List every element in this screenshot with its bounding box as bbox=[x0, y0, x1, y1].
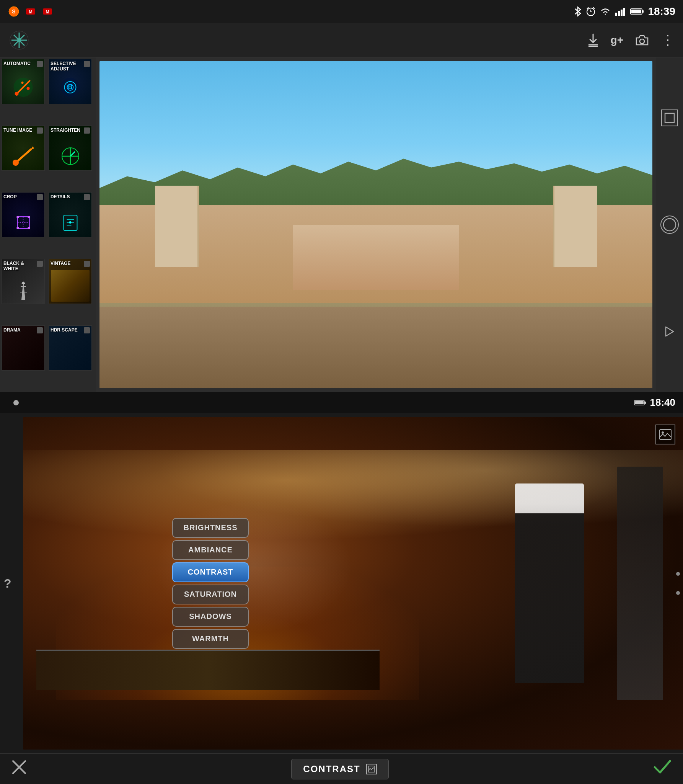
tool-automatic[interactable]: AUTOMATIC bbox=[2, 59, 45, 104]
tool-corner bbox=[37, 61, 43, 67]
toolbar: g+ • ⋮ bbox=[0, 23, 683, 57]
tool-selective-adjust[interactable]: SELECTIVE ADJUST B bbox=[49, 59, 92, 104]
app-icon-1: S bbox=[8, 5, 20, 18]
notification-dot bbox=[13, 400, 19, 405]
app-icon-2: M bbox=[24, 5, 37, 18]
bluetooth-icon bbox=[574, 6, 582, 17]
triangle-nav-button[interactable] bbox=[661, 323, 678, 340]
tool-corner bbox=[37, 194, 43, 200]
svg-point-26 bbox=[640, 39, 644, 44]
battery-icon-bottom bbox=[634, 399, 646, 406]
svg-rect-11 bbox=[615, 13, 617, 16]
alarm-icon bbox=[586, 7, 596, 16]
toolbar-right: g+ • ⋮ bbox=[587, 32, 675, 48]
left-building bbox=[155, 186, 199, 268]
tool-black-white[interactable]: BLACK & WHITE bbox=[2, 259, 45, 304]
svg-rect-67 bbox=[660, 430, 671, 439]
tool-corner bbox=[84, 327, 90, 333]
bottom-screen: 18:40 ? bbox=[0, 392, 683, 784]
right-building bbox=[553, 186, 597, 268]
adjust-menu: BRIGHTNESS AMBIANCE CONTRAST SATURATION … bbox=[172, 518, 249, 649]
square-nav-button[interactable] bbox=[661, 109, 678, 126]
shadows-label: SHADOWS bbox=[189, 612, 231, 621]
battery-icon bbox=[630, 8, 644, 15]
active-tool-label: CONTRAST bbox=[291, 759, 388, 779]
download-button[interactable] bbox=[587, 33, 599, 47]
tool-corner bbox=[84, 261, 90, 267]
contrast-option[interactable]: CONTRAST bbox=[172, 562, 249, 582]
help-icon[interactable]: ? bbox=[4, 576, 11, 590]
tools-sidebar: AUTOMATIC SELECTIVE ADJUST bbox=[0, 57, 96, 392]
warmth-option[interactable]: WARMTH bbox=[172, 629, 249, 649]
bottom-bar: CONTRAST bbox=[0, 753, 683, 784]
svg-rect-12 bbox=[618, 11, 620, 16]
camera-button[interactable]: • bbox=[635, 34, 649, 46]
fountain-area bbox=[293, 225, 459, 290]
tool-selective-label: SELECTIVE ADJUST bbox=[51, 61, 76, 72]
bottom-status-bar: 18:40 bbox=[0, 392, 683, 413]
svg-point-31 bbox=[21, 82, 23, 84]
tool-hdr-scape[interactable]: HDR SCAPE bbox=[49, 325, 92, 371]
svg-rect-61 bbox=[665, 113, 674, 122]
tool-automatic-label: AUTOMATIC bbox=[3, 61, 31, 66]
right-dots bbox=[676, 572, 680, 595]
bottom-main-area: ? bbox=[0, 413, 683, 753]
shadows-option[interactable]: SHADOWS bbox=[172, 607, 249, 627]
tool-corner bbox=[84, 194, 90, 200]
tool-hdr-label: HDR SCAPE bbox=[51, 327, 78, 333]
tool-tune-image[interactable]: TUNE IMAGE bbox=[2, 126, 45, 171]
svg-text:M: M bbox=[46, 10, 49, 14]
svg-rect-47 bbox=[16, 216, 19, 218]
warmth-label: WARMTH bbox=[192, 634, 229, 643]
svg-rect-65 bbox=[644, 402, 646, 404]
tune-icon bbox=[12, 145, 35, 167]
svg-text:•: • bbox=[647, 36, 648, 39]
svg-point-62 bbox=[663, 219, 676, 231]
status-bar: S M M bbox=[0, 0, 683, 23]
tool-crop[interactable]: CROP bbox=[2, 192, 45, 237]
grill-surface bbox=[36, 650, 380, 689]
tool-straighten-label: STRAIGHTEN bbox=[51, 127, 80, 133]
vintage-preview bbox=[51, 270, 90, 302]
tool-drama[interactable]: DRAMA bbox=[2, 325, 45, 371]
tool-straighten[interactable]: STRAIGHTEN bbox=[49, 126, 92, 171]
google-plus-button[interactable]: g+ bbox=[611, 34, 623, 46]
photo-area bbox=[96, 57, 656, 392]
confirm-button[interactable] bbox=[653, 760, 672, 778]
bw-icon bbox=[10, 279, 37, 302]
svg-rect-17 bbox=[631, 10, 641, 13]
automatic-icon bbox=[13, 77, 34, 98]
svg-point-55 bbox=[69, 221, 71, 224]
svg-rect-14 bbox=[623, 8, 625, 16]
tool-corner bbox=[84, 127, 90, 134]
active-tool-name: CONTRAST bbox=[303, 764, 360, 774]
right-controls bbox=[656, 57, 683, 392]
saturation-option[interactable]: SATURATION bbox=[172, 585, 249, 604]
svg-point-23 bbox=[17, 38, 21, 42]
gallery-icon[interactable] bbox=[655, 425, 675, 444]
tool-bw-label: BLACK & WHITE bbox=[3, 261, 24, 272]
tool-vintage[interactable]: VINTAGE bbox=[49, 259, 92, 304]
bottom-time: 18:40 bbox=[650, 397, 676, 408]
svg-rect-16 bbox=[642, 10, 644, 13]
svg-rect-48 bbox=[28, 216, 30, 218]
straighten-icon bbox=[59, 145, 82, 167]
main-content: AUTOMATIC SELECTIVE ADJUST bbox=[0, 57, 683, 392]
app-logo[interactable] bbox=[8, 29, 31, 52]
circle-nav-button[interactable] bbox=[660, 216, 679, 234]
close-button[interactable] bbox=[11, 760, 27, 778]
brightness-option[interactable]: BRIGHTNESS bbox=[172, 518, 249, 538]
more-options-button[interactable]: ⋮ bbox=[661, 32, 675, 48]
crop-icon bbox=[13, 212, 34, 233]
status-time: 18:39 bbox=[648, 5, 675, 18]
ambiance-option[interactable]: AMBIANCE bbox=[172, 540, 249, 560]
top-screen: S M M bbox=[0, 0, 683, 392]
svg-point-68 bbox=[662, 431, 664, 434]
svg-marker-39 bbox=[31, 146, 34, 149]
tool-corner bbox=[84, 61, 90, 67]
svg-point-30 bbox=[15, 92, 18, 96]
svg-rect-13 bbox=[621, 10, 623, 16]
app-icon-3: M bbox=[41, 5, 54, 18]
brightness-label: BRIGHTNESS bbox=[183, 523, 237, 532]
tool-details[interactable]: DETAILS bbox=[49, 192, 92, 237]
